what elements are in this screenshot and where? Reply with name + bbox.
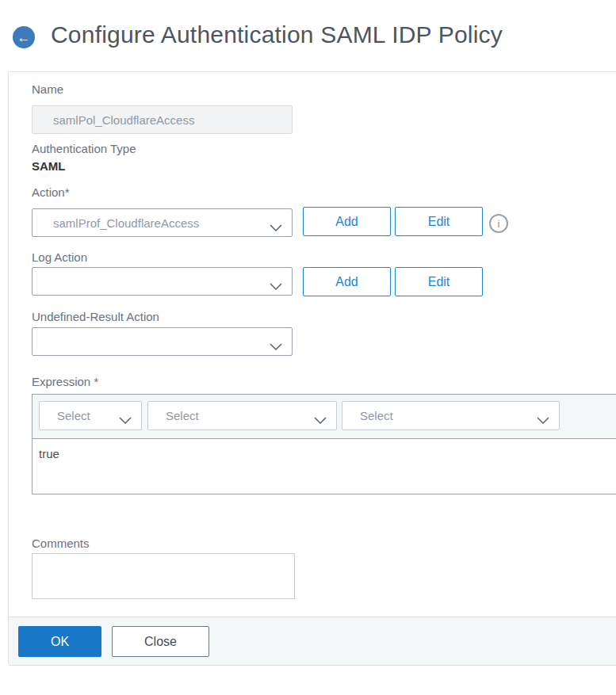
action-select-value: samlProf_CloudflareAccess bbox=[53, 216, 199, 230]
expression-select-2[interactable]: Select bbox=[147, 401, 337, 430]
name-field: samlPol_CloudflareAccess bbox=[32, 105, 293, 134]
name-label: Name bbox=[32, 82, 63, 96]
expression-select-3-value: Select bbox=[360, 409, 393, 422]
log-action-edit-button[interactable]: Edit bbox=[395, 267, 483, 296]
log-action-add-label: Add bbox=[335, 275, 358, 289]
expression-textarea[interactable]: true bbox=[33, 439, 616, 494]
chevron-down-icon bbox=[537, 413, 549, 426]
close-button[interactable]: Close bbox=[112, 626, 209, 657]
arrow-left-icon: ← bbox=[17, 31, 31, 44]
log-action-label: Log Action bbox=[32, 250, 87, 264]
info-icon-glyph: i bbox=[498, 218, 500, 230]
form-panel: Name samlPol_CloudflareAccess Authentica… bbox=[8, 71, 616, 664]
expression-select-1[interactable]: Select bbox=[39, 401, 142, 430]
expression-select-2-value: Select bbox=[166, 409, 199, 422]
chevron-down-icon bbox=[314, 413, 327, 426]
undefined-result-action-select[interactable] bbox=[32, 327, 293, 356]
auth-type-value: SAML bbox=[32, 159, 66, 173]
action-add-button[interactable]: Add bbox=[303, 207, 391, 236]
close-button-label: Close bbox=[144, 635, 177, 649]
expression-select-3[interactable]: Select bbox=[342, 401, 560, 430]
chevron-down-icon bbox=[270, 279, 282, 292]
back-button[interactable]: ← bbox=[13, 26, 35, 48]
action-edit-button[interactable]: Edit bbox=[395, 207, 483, 236]
configure-saml-idp-policy-page: ← Configure Authentication SAML IDP Poli… bbox=[0, 0, 616, 695]
expression-select-1-value: Select bbox=[57, 409, 90, 422]
expression-label-text: Expression bbox=[32, 375, 90, 388]
required-asterisk: * bbox=[94, 375, 98, 388]
comments-textarea[interactable] bbox=[32, 553, 295, 599]
ok-button[interactable]: OK bbox=[18, 626, 101, 657]
undefined-result-action-label: Undefined-Result Action bbox=[32, 310, 159, 323]
log-action-edit-label: Edit bbox=[428, 275, 450, 289]
expression-builder: Select Select Select bbox=[32, 394, 616, 495]
action-add-label: Add bbox=[335, 215, 358, 229]
chevron-down-icon bbox=[270, 220, 282, 234]
action-edit-label: Edit bbox=[428, 215, 450, 229]
chevron-down-icon bbox=[119, 413, 132, 426]
comments-label: Comments bbox=[32, 537, 90, 550]
info-icon[interactable]: i bbox=[489, 214, 508, 233]
log-action-add-button[interactable]: Add bbox=[303, 267, 391, 296]
expression-label: Expression * bbox=[32, 375, 98, 388]
expression-toolbar: Select Select Select bbox=[33, 395, 616, 439]
name-value: samlPol_CloudflareAccess bbox=[53, 113, 194, 127]
action-label: Action* bbox=[32, 185, 70, 199]
action-select[interactable]: samlProf_CloudflareAccess bbox=[32, 208, 293, 237]
auth-type-label: Authentication Type bbox=[32, 142, 136, 155]
chevron-down-icon bbox=[270, 339, 282, 353]
ok-button-label: OK bbox=[51, 635, 69, 649]
page-title: Configure Authentication SAML IDP Policy bbox=[51, 21, 503, 48]
log-action-select[interactable] bbox=[32, 267, 293, 296]
footer-bar: OK Close bbox=[9, 617, 616, 666]
